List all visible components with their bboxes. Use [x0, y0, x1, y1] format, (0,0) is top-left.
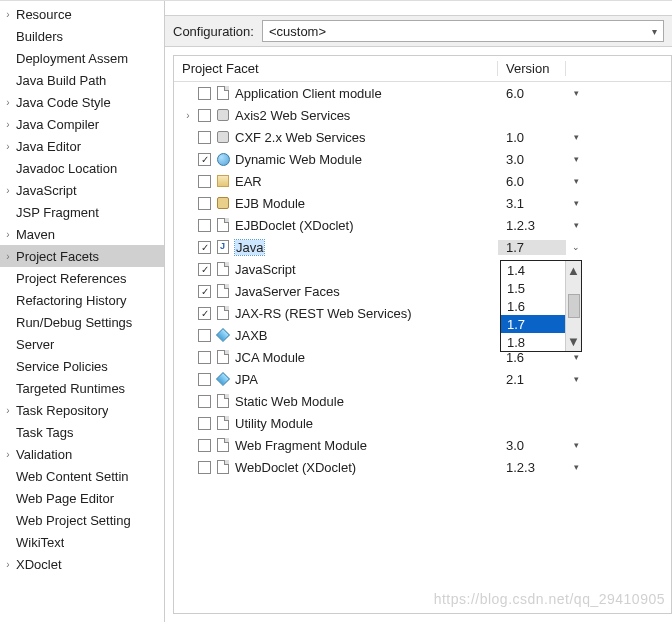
facet-checkbox[interactable]: [198, 461, 211, 474]
facet-row[interactable]: ›EAR6.0▾: [174, 170, 671, 192]
facet-checkbox[interactable]: [198, 175, 211, 188]
facet-row[interactable]: ›EJB Module3.1▾: [174, 192, 671, 214]
tree-item[interactable]: ›Web Page Editor: [0, 487, 164, 509]
facet-checkbox[interactable]: [198, 351, 211, 364]
version-option[interactable]: 1.4: [501, 261, 565, 279]
facet-checkbox[interactable]: [198, 219, 211, 232]
facet-row[interactable]: ›✓Dynamic Web Module3.0▾: [174, 148, 671, 170]
tree-item[interactable]: ›Refactoring History: [0, 289, 164, 311]
version-dropdown-icon[interactable]: ▾: [574, 154, 579, 164]
tree-item[interactable]: ›Web Project Setting: [0, 509, 164, 531]
version-option[interactable]: 1.8: [501, 333, 565, 351]
tree-item[interactable]: ›Java Code Style: [0, 91, 164, 113]
facet-row[interactable]: ›CXF 2.x Web Services1.0▾: [174, 126, 671, 148]
facet-row[interactable]: ›Web Fragment Module3.0▾: [174, 434, 671, 456]
tree-item[interactable]: ›Resource: [0, 3, 164, 25]
version-dropdown-icon[interactable]: ▾: [574, 374, 579, 384]
tree-item[interactable]: ›Project References: [0, 267, 164, 289]
facet-row[interactable]: ›Static Web Module: [174, 390, 671, 412]
expand-caret-icon[interactable]: ›: [2, 228, 14, 240]
tree-item[interactable]: ›Targeted Runtimes: [0, 377, 164, 399]
tree-item[interactable]: ›Java Editor: [0, 135, 164, 157]
facet-row[interactable]: ›✓JAX-RS (REST Web Services): [174, 302, 671, 324]
version-dropdown-icon[interactable]: ▾: [574, 88, 579, 98]
facet-checkbox[interactable]: [198, 439, 211, 452]
version-option[interactable]: 1.5: [501, 279, 565, 297]
scroll-down-icon[interactable]: ▼: [567, 334, 580, 349]
expand-caret-icon[interactable]: ›: [2, 448, 14, 460]
expand-caret-icon[interactable]: ›: [2, 184, 14, 196]
column-version[interactable]: Version: [498, 61, 566, 76]
version-dropdown-icon[interactable]: ⌄: [572, 242, 580, 252]
tree-item[interactable]: ›Java Build Path: [0, 69, 164, 91]
expand-caret-icon[interactable]: ›: [2, 250, 14, 262]
tree-item[interactable]: ›Builders: [0, 25, 164, 47]
tree-item[interactable]: ›XDoclet: [0, 553, 164, 575]
version-dropdown-icon[interactable]: ▾: [574, 352, 579, 362]
facet-checkbox[interactable]: ✓: [198, 285, 211, 298]
version-dropdown-icon[interactable]: ▾: [574, 440, 579, 450]
version-option[interactable]: 1.7: [501, 315, 565, 333]
facet-row[interactable]: ›✓Java1.7⌄: [174, 236, 671, 258]
facet-row[interactable]: ›✓JavaServer Faces: [174, 280, 671, 302]
tree-item[interactable]: ›Service Policies: [0, 355, 164, 377]
facet-row[interactable]: ›WebDoclet (XDoclet)1.2.3▾: [174, 456, 671, 478]
dropdown-scrollbar[interactable]: ▲ ▼: [565, 261, 581, 351]
version-dropdown-icon[interactable]: ▾: [574, 198, 579, 208]
java-version-dropdown[interactable]: 1.41.51.61.71.8 ▲ ▼: [500, 260, 582, 352]
facet-checkbox[interactable]: [198, 109, 211, 122]
facet-checkbox[interactable]: [198, 373, 211, 386]
tree-item[interactable]: ›Web Content Settin: [0, 465, 164, 487]
version-option[interactable]: 1.6: [501, 297, 565, 315]
tree-item[interactable]: ›Deployment Assem: [0, 47, 164, 69]
facet-checkbox[interactable]: ✓: [198, 307, 211, 320]
tree-item[interactable]: ›Java Compiler: [0, 113, 164, 135]
facet-checkbox[interactable]: [198, 329, 211, 342]
scroll-up-icon[interactable]: ▲: [567, 263, 580, 278]
facet-checkbox[interactable]: [198, 395, 211, 408]
facet-row[interactable]: ›Application Client module6.0▾: [174, 82, 671, 104]
expand-caret-icon[interactable]: ›: [2, 118, 14, 130]
tree-item[interactable]: ›JavaScript: [0, 179, 164, 201]
version-dropdown-icon[interactable]: ▾: [574, 132, 579, 142]
tree-item[interactable]: ›Server: [0, 333, 164, 355]
expand-caret-icon[interactable]: ›: [2, 96, 14, 108]
expand-caret-icon[interactable]: ›: [2, 558, 14, 570]
version-dropdown-icon[interactable]: ▾: [574, 220, 579, 230]
facet-row[interactable]: ›JAXB: [174, 324, 671, 346]
expand-caret-icon[interactable]: ›: [2, 404, 14, 416]
version-dropdown-icon[interactable]: ▾: [574, 462, 579, 472]
facet-checkbox[interactable]: [198, 131, 211, 144]
expand-caret-icon[interactable]: ›: [182, 110, 194, 121]
facet-checkbox[interactable]: ✓: [198, 263, 211, 276]
facet-checkbox[interactable]: [198, 417, 211, 430]
tree-item[interactable]: ›Task Tags: [0, 421, 164, 443]
globe-icon: [215, 151, 231, 167]
facet-row[interactable]: ›EJBDoclet (XDoclet)1.2.3▾: [174, 214, 671, 236]
facet-checkbox[interactable]: [198, 87, 211, 100]
tree-item[interactable]: ›Task Repository: [0, 399, 164, 421]
facet-row[interactable]: ›JCA Module1.6▾: [174, 346, 671, 368]
column-project-facet[interactable]: Project Facet: [174, 61, 498, 76]
configuration-select[interactable]: <custom>: [262, 20, 664, 42]
tree-item[interactable]: ›JSP Fragment: [0, 201, 164, 223]
facet-checkbox[interactable]: ✓: [198, 241, 211, 254]
properties-tree[interactable]: ›Resource›Builders›Deployment Assem›Java…: [0, 1, 164, 622]
facet-row[interactable]: ›JPA2.1▾: [174, 368, 671, 390]
tree-item[interactable]: ›Maven: [0, 223, 164, 245]
tree-item[interactable]: ›Run/Debug Settings: [0, 311, 164, 333]
tree-item[interactable]: ›Validation: [0, 443, 164, 465]
facet-checkbox[interactable]: [198, 197, 211, 210]
facet-row[interactable]: ›Axis2 Web Services: [174, 104, 671, 126]
expand-caret-icon[interactable]: ›: [2, 140, 14, 152]
facet-checkbox[interactable]: ✓: [198, 153, 211, 166]
version-dropdown-icon[interactable]: ▾: [574, 176, 579, 186]
expand-caret-icon[interactable]: ›: [2, 8, 14, 20]
tree-item[interactable]: ›Project Facets: [0, 245, 164, 267]
tree-item[interactable]: ›Javadoc Location: [0, 157, 164, 179]
tree-item[interactable]: ›WikiText: [0, 531, 164, 553]
facet-row[interactable]: ›✓JavaScript: [174, 258, 671, 280]
facet-table-body: ›Application Client module6.0▾›Axis2 Web…: [174, 82, 671, 478]
facet-row[interactable]: ›Utility Module: [174, 412, 671, 434]
scroll-thumb[interactable]: [568, 294, 580, 318]
